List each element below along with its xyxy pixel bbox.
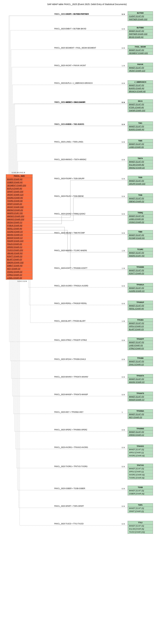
entity-title: TFK000K bbox=[128, 266, 153, 269]
edge-label: FKKCL_2625-GSBER = TGSB-GSBER bbox=[54, 488, 85, 490]
edge-label: FKKCL_2625-PERSL = TFK001P-PERSL bbox=[54, 302, 87, 304]
entity-field: MWSKZ [CHAR (2)] bbox=[6, 209, 32, 212]
edge-label: FKKCL_2625-SPERZ = TFK056S-SPERZ bbox=[54, 429, 87, 431]
entity-field: BKVID [CHAR (4)] bbox=[128, 36, 153, 39]
entity-title: BUT0BK bbox=[128, 26, 153, 30]
entity-field: SPERZ [CHAR (1)] bbox=[128, 434, 153, 436]
entity-title: FKKVK bbox=[128, 63, 153, 66]
entity-field: CLIENT [CLNT (3)] bbox=[128, 15, 153, 18]
entity-field: GSBER [CHAR (4)] bbox=[6, 181, 32, 184]
entity-field: VBUND [CHAR (6)] bbox=[6, 252, 32, 255]
target-entity: TFK056SMANDT [CLNT (3)]SPERZ [CHAR (1)] bbox=[128, 427, 153, 437]
edge-label: FKKCL_2625-MWVKO = SKA1-SAKNR bbox=[54, 101, 85, 103]
entity-field: BRANCH [CHAR (4)] bbox=[128, 90, 153, 93]
entity-field: MANDT [CLNT (3)] bbox=[128, 214, 153, 218]
target-entity: TFK007FMANDT [CLNT (3)]LAND [CHAR (3)]ST… bbox=[128, 337, 153, 350]
entity-field: BLART [CHAR (2)] bbox=[6, 258, 32, 261]
edge-label: FKKCL_2625-MAHNV = TFK047A-MAHNV bbox=[54, 376, 88, 378]
cardinality-label: 0..N bbox=[122, 159, 125, 160]
entity-field: BUKRS [CHAR (4)] bbox=[6, 178, 32, 181]
cardinality-label: 1..N bbox=[122, 13, 125, 15]
cardinality-label: 0..N bbox=[122, 196, 125, 197]
entity-field: KONTT [CHAR (2)] bbox=[128, 272, 153, 275]
entity-field: MAHNV [CHAR (2)] bbox=[128, 381, 153, 384]
entity-field: EMGPA [CHAR (10)] bbox=[6, 261, 32, 264]
cardinality-label: 0..N bbox=[122, 505, 125, 507]
entity-title: BUT000 bbox=[128, 12, 153, 15]
entity-field: MWVKO [CHAR (10)] bbox=[6, 218, 32, 221]
target-entity: TGSBMANDT [CLNT (3)]GSBER [CHAR (4)] bbox=[128, 486, 153, 495]
entity-title: TSPA bbox=[128, 504, 153, 507]
entity-field: MANDT [CLNT (3)] bbox=[128, 378, 153, 381]
entity-field: KTOPL [CHAR (4)] bbox=[128, 106, 153, 109]
edge-label: FKKCL_2625-HVORG = TFKHVO-HVORG bbox=[54, 446, 88, 448]
target-entity: FKKVKMANDT [CLNT (3)]VKONT [CHAR (12)] bbox=[128, 63, 153, 72]
entity-field: MANDT [CLNT (3)] bbox=[128, 160, 153, 163]
entity-field: SEGMENT [CHAR (10)] bbox=[6, 184, 32, 187]
entity-field: TVORG [CHAR (4)] bbox=[128, 476, 153, 479]
entity-title: TFK001P bbox=[128, 301, 153, 304]
entity-field: MANDT [CLNT (3)] bbox=[128, 84, 153, 87]
edge-label: FKKCL_2625-SPZAH = TFK008-ZAHLS bbox=[54, 358, 86, 360]
target-entity: TSPAMANDT [CLNT (3)]SPART [CHAR (2)] bbox=[128, 503, 153, 513]
edge-label: FKKCL_2625-MWSKZ = T007A-MWSKZ bbox=[54, 158, 86, 160]
entity-field: MANDT [CLNT (3)] bbox=[128, 507, 153, 510]
entity-field: KALSM [CHAR (6)] bbox=[128, 528, 153, 530]
entity-field: MANDT [CLNT (3)] bbox=[128, 304, 153, 307]
edge-label: FKKCL_2625-SEGMENT = FAGL_SEGM-SEGMENT bbox=[54, 47, 96, 49]
entity-field: VKONT [CHAR (12)] bbox=[6, 193, 32, 196]
cardinality-label: 0..N bbox=[122, 488, 125, 490]
entity-field: WAERS [CUKY (5)] bbox=[128, 254, 153, 257]
entity-field: LAND [CHAR (3)] bbox=[128, 344, 153, 347]
entity-field: KONTT [CHAR (2)] bbox=[6, 255, 32, 258]
cardinality-label: 0..N bbox=[122, 102, 125, 103]
target-entity: TTXJMANDT [CLNT (3)]KALSM [CHAR (6)]TXJC… bbox=[128, 521, 153, 534]
target-entity: T880MANDT [CLNT (3)]RCOMP [CHAR (6)] bbox=[128, 230, 153, 240]
entity-field: MANDT [CLNT (3)] bbox=[128, 413, 153, 416]
entity-field: ZAHLS [CHAR (1)] bbox=[128, 363, 153, 366]
entity-title: TFK047S bbox=[128, 392, 153, 395]
entity-field: RCOMP [CHAR (6)] bbox=[128, 237, 153, 240]
target-entity: TFK001PMANDT [CLNT (3)]PERSL [CHAR (4)] bbox=[128, 301, 153, 310]
entity-title: T059Q bbox=[128, 211, 153, 214]
entity-title: FAGL_SEGM bbox=[128, 45, 153, 48]
entity-field: TXJCD [CHAR (15)] bbox=[6, 249, 32, 252]
entity-field: HVORG [CHAR (4)] bbox=[6, 196, 32, 200]
entity-field: MANDT [CLNT (3)] bbox=[128, 269, 153, 272]
target-entity: T036MANDT [CLNT (3)]EBENE [CHAR (2)] bbox=[128, 194, 153, 203]
target-entity: T059QMANDT [CLNT (3)]LAND1 [CHAR (3)]QSS… bbox=[128, 211, 153, 224]
entity-field: STRKZ [CHAR (2)] bbox=[128, 347, 153, 350]
entity-field: LAND1 [CHAR (3)] bbox=[128, 146, 153, 149]
cardinality-label: 0..N bbox=[122, 178, 125, 180]
entity-field: PARTNER [CHAR (10)] bbox=[128, 32, 153, 36]
edge-label: FKKCL_2625-TXJCD = TTXJ-TXJCD bbox=[54, 523, 84, 525]
cardinality-label: 0..N bbox=[122, 466, 125, 468]
cardinality-label: 0..N bbox=[122, 82, 125, 84]
target-entity: TFKTVOMANDT [CLNT (3)]APPLK [CHAR (1)]HV… bbox=[128, 464, 153, 480]
entity-field: GSBER [CHAR (4)] bbox=[128, 492, 153, 495]
edge-label: FKKCL_2625-MANSP = TFK047S-MANSP bbox=[54, 394, 88, 396]
entity-title: J_1BBRANCH bbox=[128, 80, 153, 84]
entity-field: SAKNR [CHAR (10)] bbox=[128, 109, 153, 112]
entity-field: GPART [CHAR (10)] bbox=[6, 190, 32, 193]
entity-field: LANDL [CHAR (3)] bbox=[6, 276, 32, 280]
entity-field: APPLK [CHAR (1)] bbox=[128, 451, 153, 454]
edge-label: FKKCL_2625-VBUND = T880-RCOMP bbox=[54, 232, 85, 234]
entity-title: TFKTVO bbox=[128, 464, 153, 467]
edge-label: FKKCL_2625-TVORG = TFKTVO-TVORG bbox=[54, 466, 87, 468]
entity-field: HVORG [CHAR (4)] bbox=[128, 473, 153, 476]
entity-title: TTXJ bbox=[128, 521, 153, 524]
entity-field: VKONT [CHAR (12)] bbox=[128, 69, 153, 72]
target-entity: TCURCMANDT [CLNT (3)]WAERS [CUKY (5)] bbox=[128, 248, 153, 258]
entity-field: MANDT [CLNT (3)] bbox=[128, 341, 153, 344]
entity-field: APPLK [CHAR (1)] bbox=[128, 325, 153, 328]
entity-field: SPZAH [CHAR (1)] bbox=[6, 221, 32, 224]
edge-label: FKKCL_2625-FDLEV = T036-EBENE bbox=[54, 195, 84, 197]
entity-field: LAND1 [CHAR (3)] bbox=[128, 218, 153, 221]
cardinality-cluster: 0..N 0..N 0..N 0..N bbox=[12, 172, 25, 174]
edge-label: FKKCL_2625-SPART = TSPA-SPART bbox=[54, 505, 84, 507]
cardinality-label: 0..N bbox=[122, 394, 125, 396]
entity-field: MANDT [CLNT (3)] bbox=[128, 467, 153, 470]
edge-label: FKKCL_2625-FDGRP = T035-GRUPP bbox=[54, 178, 84, 180]
entity-title: TFK056S bbox=[128, 427, 153, 430]
